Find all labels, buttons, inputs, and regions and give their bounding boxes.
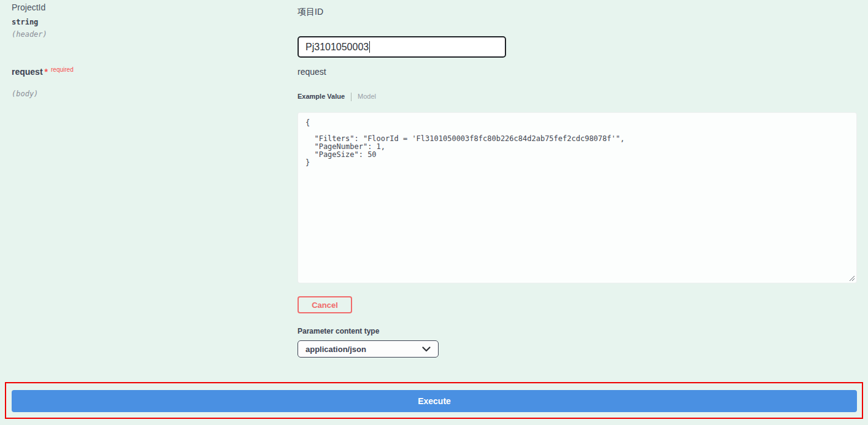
cancel-button[interactable]: Cancel (298, 296, 352, 313)
request-body-textarea[interactable]: { "Filters": "FloorId = 'Fl3101050003f8f… (298, 112, 857, 283)
content-type-select[interactable]: application/json (298, 340, 439, 358)
annotation-highlight: Execute (5, 382, 863, 419)
projectid-input[interactable]: Pj3101050003 (298, 36, 506, 58)
param-name: ProjectId (12, 2, 298, 12)
param-description: request (298, 67, 857, 77)
tab-divider (351, 93, 351, 101)
resize-handle-icon[interactable] (849, 275, 855, 281)
required-label: required (51, 66, 74, 73)
text-cursor (369, 41, 370, 53)
param-projectid-value: 项目ID Pj3101050003 (298, 0, 868, 58)
param-request-value: request Example Value Model { "Filters":… (298, 67, 868, 358)
param-request-meta: request*required (body) (0, 67, 298, 358)
param-location: (header) (12, 30, 298, 39)
projectid-input-value: Pj3101050003 (305, 42, 369, 53)
parameter-row-request: request*required (body) request Example … (0, 67, 868, 358)
request-body-editor: { "Filters": "FloorId = 'Fl3101050003f8f… (298, 112, 857, 283)
param-description: 项目ID (298, 7, 857, 17)
content-type-selected: application/json (305, 345, 366, 354)
param-type: string (12, 18, 298, 26)
param-name: request*required (12, 67, 298, 78)
param-projectid-meta: ProjectId string (header) (0, 0, 298, 58)
param-location: (body) (12, 90, 298, 98)
parameter-content-type-label: Parameter content type (298, 327, 857, 335)
execute-button[interactable]: Execute (12, 390, 857, 412)
parameter-row-projectid: ProjectId string (header) 项目ID Pj3101050… (0, 0, 868, 58)
model-example-tabs: Example Value Model (298, 93, 857, 101)
chevron-down-icon (422, 347, 431, 352)
tab-example-value[interactable]: Example Value (298, 93, 345, 101)
tab-model[interactable]: Model (358, 93, 376, 101)
required-asterisk: * (45, 67, 48, 77)
